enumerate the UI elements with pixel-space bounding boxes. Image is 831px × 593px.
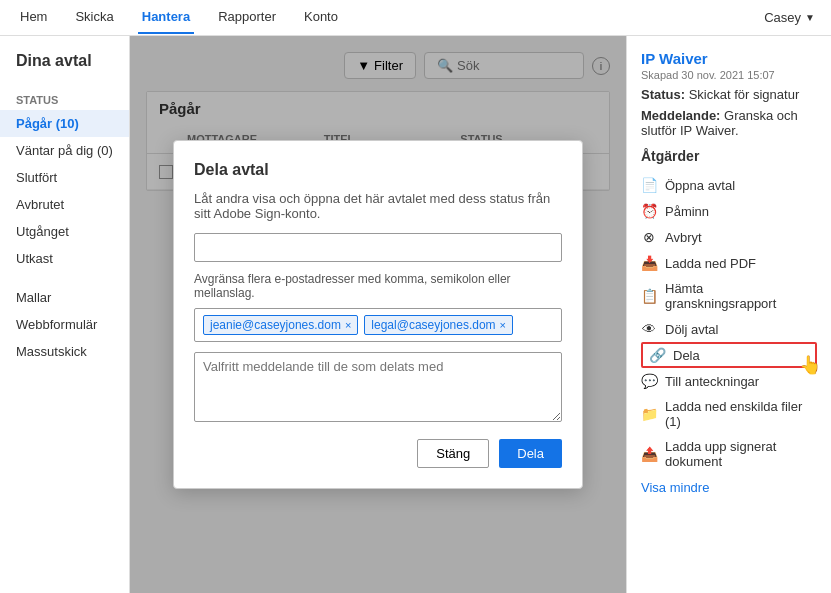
close-button[interactable]: Stäng	[417, 439, 489, 468]
panel-contract-title: IP Waiver	[641, 50, 817, 67]
action-download-pdf-label: Ladda ned PDF	[665, 256, 756, 271]
sidebar-item-utkast[interactable]: Utkast	[0, 245, 129, 272]
action-notes[interactable]: 💬 Till anteckningar	[641, 368, 817, 394]
action-audit-label: Hämta granskningsrapport	[665, 281, 817, 311]
action-hide[interactable]: 👁 Dölj avtal	[641, 316, 817, 342]
panel-status-value: Skickat för signatur	[689, 87, 800, 102]
top-navigation: Hem Skicka Hantera Rapporter Konto Casey…	[0, 0, 831, 36]
nav-hem[interactable]: Hem	[16, 1, 51, 34]
panel-message-field: Meddelande: Granska och slutför IP Waive…	[641, 108, 817, 138]
action-cancel[interactable]: ⊗ Avbryt	[641, 224, 817, 250]
nav-konto[interactable]: Konto	[300, 1, 342, 34]
email-tag-1: jeanie@caseyjones.dom ×	[203, 315, 358, 335]
email-tag-2: legal@caseyjones.dom ×	[364, 315, 513, 335]
modal-description: Låt andra visa och öppna det här avtalet…	[194, 191, 562, 221]
email-tag-remove-1[interactable]: ×	[345, 319, 351, 331]
share-button[interactable]: Dela	[499, 439, 562, 468]
content-area: ▼ Filter 🔍 i Pågår MOTTAGARE TITEL STATU…	[130, 36, 626, 593]
nav-skicka[interactable]: Skicka	[71, 1, 117, 34]
modal-footer: Stäng Dela	[194, 439, 562, 468]
actions-heading: Åtgärder	[641, 148, 817, 164]
panel-created: Skapad 30 nov. 2021 15:07	[641, 69, 817, 81]
modal-sub-description: Avgränsa flera e-postadresser med komma,…	[194, 272, 562, 300]
sidebar-item-slutfort[interactable]: Slutfört	[0, 164, 129, 191]
sidebar-item-vantar[interactable]: Väntar på dig (0)	[0, 137, 129, 164]
action-audit[interactable]: 📋 Hämta granskningsrapport	[641, 276, 817, 316]
action-open-label: Öppna avtal	[665, 178, 735, 193]
modal-email-input[interactable]	[194, 233, 562, 262]
sidebar-item-avbrutet[interactable]: Avbrutet	[0, 191, 129, 218]
folder-icon: 📁	[641, 406, 657, 422]
share-modal: Dela avtal Låt andra visa och öppna det …	[173, 140, 583, 489]
eye-icon: 👁	[641, 321, 657, 337]
sidebar-item-utgånget[interactable]: Utgånget	[0, 218, 129, 245]
clock-icon: ⏰	[641, 203, 657, 219]
panel-message-label: Meddelande:	[641, 108, 720, 123]
sidebar-title: Dina avtal	[0, 52, 129, 86]
action-upload-signed[interactable]: 📤 Ladda upp signerat dokument	[641, 434, 817, 474]
pdf-icon: 📥	[641, 255, 657, 271]
email-tags-container: jeanie@caseyjones.dom × legal@caseyjones…	[194, 308, 562, 342]
upload-icon: 📤	[641, 446, 657, 462]
action-share-label: Dela	[673, 348, 700, 363]
cancel-icon: ⊗	[641, 229, 657, 245]
main-layout: Dina avtal STATUS Pågår (10) Väntar på d…	[0, 36, 831, 593]
nav-hantera[interactable]: Hantera	[138, 1, 194, 34]
action-open[interactable]: 📄 Öppna avtal	[641, 172, 817, 198]
action-notes-label: Till anteckningar	[665, 374, 759, 389]
nav-rapporter[interactable]: Rapporter	[214, 1, 280, 34]
email-tag-value-1: jeanie@caseyjones.dom	[210, 318, 341, 332]
action-share[interactable]: 🔗 Dela 👆	[641, 342, 817, 368]
status-section-label: STATUS	[0, 86, 129, 110]
sidebar-item-mallar[interactable]: Mallar	[0, 284, 129, 311]
action-remind[interactable]: ⏰ Påminn	[641, 198, 817, 224]
action-download-pdf[interactable]: 📥 Ladda ned PDF	[641, 250, 817, 276]
action-hide-label: Dölj avtal	[665, 322, 718, 337]
left-sidebar: Dina avtal STATUS Pågår (10) Väntar på d…	[0, 36, 130, 593]
show-less-link[interactable]: Visa mindre	[641, 480, 817, 495]
share-icon: 🔗	[649, 347, 665, 363]
action-upload-label: Ladda upp signerat dokument	[665, 439, 817, 469]
modal-message-textarea[interactable]	[194, 352, 562, 422]
report-icon: 📋	[641, 288, 657, 304]
user-menu[interactable]: Casey ▼	[764, 10, 815, 25]
email-tag-remove-2[interactable]: ×	[500, 319, 506, 331]
document-icon: 📄	[641, 177, 657, 193]
action-download-files[interactable]: 📁 Ladda ned enskilda filer (1)	[641, 394, 817, 434]
email-tag-value-2: legal@caseyjones.dom	[371, 318, 495, 332]
chevron-down-icon: ▼	[805, 12, 815, 23]
right-panel: IP Waiver Skapad 30 nov. 2021 15:07 Stat…	[626, 36, 831, 593]
panel-status-field: Status: Skickat för signatur	[641, 87, 817, 102]
nav-items: Hem Skicka Hantera Rapporter Konto	[16, 1, 342, 34]
sidebar-item-pagår[interactable]: Pågår (10)	[0, 110, 129, 137]
notes-icon: 💬	[641, 373, 657, 389]
user-name: Casey	[764, 10, 801, 25]
modal-title: Dela avtal	[194, 161, 562, 179]
sidebar-item-webbformular[interactable]: Webbformulär	[0, 311, 129, 338]
action-remind-label: Påminn	[665, 204, 709, 219]
panel-status-label: Status:	[641, 87, 685, 102]
sidebar-item-massutskick[interactable]: Massutskick	[0, 338, 129, 365]
action-cancel-label: Avbryt	[665, 230, 702, 245]
modal-overlay: Dela avtal Låt andra visa och öppna det …	[130, 36, 626, 593]
action-download-files-label: Ladda ned enskilda filer (1)	[665, 399, 817, 429]
